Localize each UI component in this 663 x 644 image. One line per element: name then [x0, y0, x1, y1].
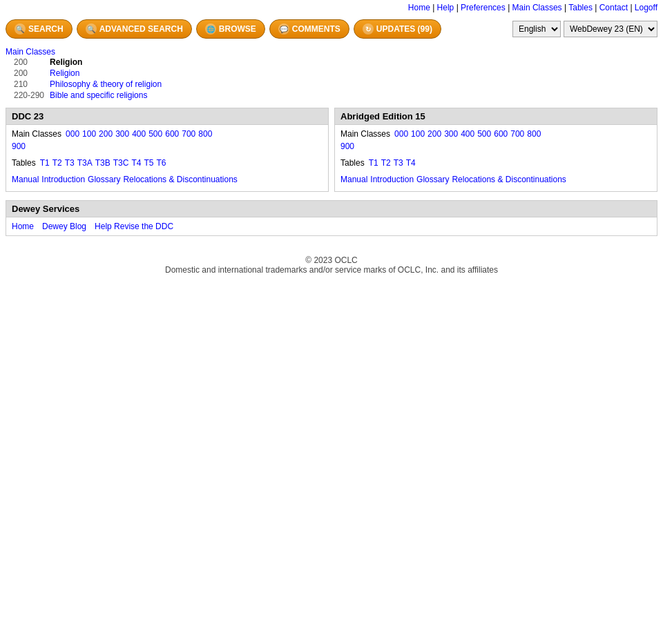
breadcrumb-row-2: 200 Religion [11, 68, 164, 79]
footer: © 2023 OCLC Domestic and international t… [0, 242, 663, 289]
abridged-relocations-link[interactable]: Relocations & Discontinuations [452, 175, 566, 184]
main-content: DDC 23 Main Classes 000 100 200 300 400 … [0, 105, 663, 195]
abridged-class-500[interactable]: 500 [477, 129, 491, 139]
ddc23-table-t5[interactable]: T5 [144, 158, 153, 168]
breadcrumb-main-classes[interactable]: Main Classes [6, 47, 55, 57]
abridged-class-000[interactable]: 000 [394, 129, 408, 139]
ddc23-class-900[interactable]: 900 [12, 142, 26, 151]
updates-button[interactable]: ↻ UPDATES (99) [354, 19, 441, 39]
abridged-table-t2[interactable]: T2 [381, 158, 391, 168]
ddc23-relocations-link[interactable]: Relocations & Discontinuations [123, 175, 237, 184]
ddc23-table-t3b[interactable]: T3B [95, 158, 110, 168]
ddc23-links-row: Manual Introduction Glossary Relocations… [12, 175, 323, 184]
abridged-class-100[interactable]: 100 [411, 129, 425, 139]
abridged-table-t4[interactable]: T4 [406, 158, 416, 168]
abridged-glossary-link[interactable]: Glossary [416, 175, 449, 184]
ddc23-table-t3a[interactable]: T3A [77, 158, 93, 168]
abridged-table-t1[interactable]: T1 [369, 158, 378, 168]
ddc23-body: Main Classes 000 100 200 300 400 500 600… [6, 125, 328, 191]
abridged-tables-label: Tables [340, 158, 365, 168]
dewey-services-blog[interactable]: Dewey Blog [42, 222, 86, 231]
ddc23-class-500[interactable]: 500 [148, 129, 162, 139]
ddc23-class-000[interactable]: 000 [66, 129, 79, 139]
ddc23-table-t6[interactable]: T6 [156, 158, 166, 168]
nav-main-classes[interactable]: Main Classes [512, 3, 562, 12]
dewey-services: Dewey Services Home Dewey Blog Help Revi… [6, 200, 657, 236]
search-label: SEARCH [28, 24, 64, 34]
ddc23-class-400[interactable]: 400 [132, 129, 146, 139]
abridged-links-row: Manual Introduction Glossary Relocations… [340, 175, 651, 184]
ddc23-tables-row: Tables T1 T2 T3 T3A T3B T3C T4 T5 T6 [12, 158, 323, 168]
breadcrumb-code-1: 200 [11, 57, 47, 68]
abridged-panel: Abridged Edition 15 Main Classes 000 100… [334, 108, 657, 192]
nav-contact[interactable]: Contact [599, 3, 628, 12]
breadcrumb-code-4: 220-290 [11, 90, 47, 101]
search-button[interactable]: 🔍 SEARCH [6, 19, 73, 39]
ddc23-manual-link[interactable]: Manual [12, 175, 39, 184]
abridged-class-300[interactable]: 300 [444, 129, 458, 139]
toolbar-selects: English WebDewey 23 (EN) [512, 21, 657, 37]
breadcrumb-label-1: Religion [47, 57, 164, 68]
abridged-class-700[interactable]: 700 [510, 129, 524, 139]
ddc23-table-t4[interactable]: T4 [131, 158, 141, 168]
breadcrumb-link-philosophy[interactable]: Philosophy & theory of religion [50, 79, 162, 89]
breadcrumb-code-3: 210 [11, 79, 47, 90]
nav-help[interactable]: Help [437, 3, 454, 12]
breadcrumb-row-1: 200 Religion [11, 57, 164, 68]
nav-tables[interactable]: Tables [568, 3, 593, 12]
ddc23-glossary-link[interactable]: Glossary [88, 175, 120, 184]
ddc23-class-800[interactable]: 800 [198, 129, 212, 139]
nav-logoff[interactable]: Logoff [635, 3, 657, 12]
ddc23-table-t3c[interactable]: T3C [113, 158, 129, 168]
comments-label: COMMENTS [292, 24, 340, 34]
abridged-manual-link[interactable]: Manual [340, 175, 367, 184]
dewey-services-help-revise[interactable]: Help Revise the DDC [95, 222, 173, 231]
abridged-class-200[interactable]: 200 [427, 129, 441, 139]
ddc23-main-classes-row: Main Classes 000 100 200 300 400 500 600… [12, 129, 323, 139]
breadcrumb-label-2: Religion [47, 68, 164, 79]
browse-button[interactable]: 🌐 BROWSE [196, 19, 265, 39]
edition-select[interactable]: WebDewey 23 (EN) [564, 21, 657, 37]
dewey-services-body: Home Dewey Blog Help Revise the DDC [6, 217, 657, 235]
comments-icon: 💬 [278, 23, 289, 35]
browse-label: BROWSE [219, 24, 256, 34]
abridged-body: Main Classes 000 100 200 300 400 500 600… [335, 125, 657, 191]
ddc23-table-t3[interactable]: T3 [65, 158, 75, 168]
ddc23-class-700[interactable]: 700 [182, 129, 195, 139]
ddc23-panel: DDC 23 Main Classes 000 100 200 300 400 … [6, 108, 329, 192]
language-select[interactable]: English [512, 21, 561, 37]
footer-copyright: © 2023 OCLC [6, 255, 657, 265]
ddc23-class-200[interactable]: 200 [99, 129, 113, 139]
breadcrumb-row-3: 210 Philosophy & theory of religion [11, 79, 164, 90]
abridged-class-900-row: 900 [340, 142, 651, 151]
updates-label: UPDATES (99) [376, 24, 432, 34]
breadcrumb-row-4: 220-290 Bible and specific religions [11, 90, 164, 101]
browse-icon: 🌐 [205, 23, 216, 35]
ddc23-class-100[interactable]: 100 [82, 129, 96, 139]
ddc23-table-t2[interactable]: T2 [52, 158, 62, 168]
abridged-class-400[interactable]: 400 [461, 129, 474, 139]
abridged-main-classes-row: Main Classes 000 100 200 300 400 500 600… [340, 129, 651, 139]
ddc23-table-t1[interactable]: T1 [40, 158, 50, 168]
nav-preferences[interactable]: Preferences [461, 3, 506, 12]
breadcrumb-link-bible[interactable]: Bible and specific religions [50, 90, 147, 100]
updates-icon: ↻ [363, 23, 374, 35]
breadcrumb-table: 200 Religion 200 Religion 210 Philosophy… [11, 57, 164, 101]
comments-button[interactable]: 💬 COMMENTS [269, 19, 349, 39]
abridged-class-800[interactable]: 800 [527, 129, 541, 139]
abridged-table-t3[interactable]: T3 [394, 158, 403, 168]
ddc23-class-600[interactable]: 600 [165, 129, 179, 139]
nav-home[interactable]: Home [408, 3, 430, 12]
dewey-services-title: Dewey Services [6, 201, 657, 217]
breadcrumb-link-religion[interactable]: Religion [50, 68, 79, 78]
dewey-services-home[interactable]: Home [12, 222, 34, 231]
ddc23-class-300[interactable]: 300 [115, 129, 129, 139]
advanced-search-icon: 🔍 [86, 23, 97, 35]
ddc23-introduction-link[interactable]: Introduction [41, 175, 85, 184]
breadcrumb-label-3: Philosophy & theory of religion [47, 79, 164, 90]
abridged-class-600[interactable]: 600 [494, 129, 508, 139]
abridged-introduction-link[interactable]: Introduction [370, 175, 414, 184]
advanced-search-label: ADVANCED SEARCH [99, 24, 183, 34]
abridged-class-900[interactable]: 900 [340, 142, 354, 151]
advanced-search-button[interactable]: 🔍 ADVANCED SEARCH [77, 19, 192, 39]
